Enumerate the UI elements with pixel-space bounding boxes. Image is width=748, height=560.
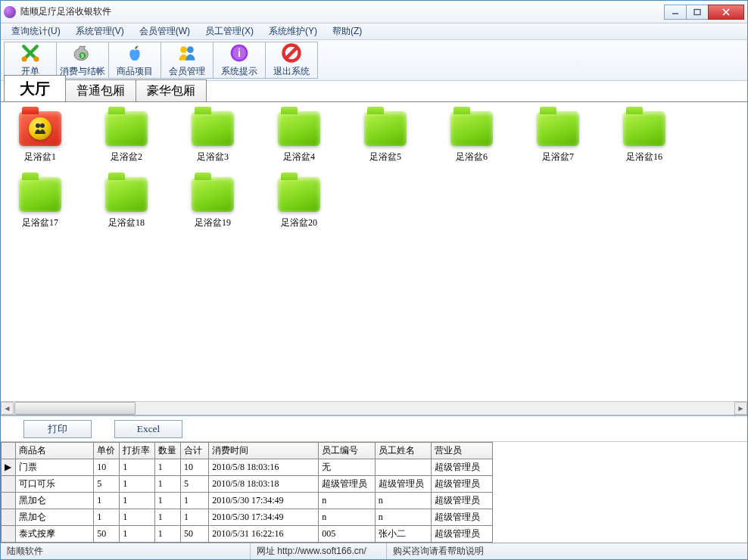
table-row[interactable]: 黑加仑11112010/5/30 17:34:49nn超级管理员 [2,509,493,526]
cell: 1 [154,459,180,476]
cell: 2010/5/30 17:34:49 [209,509,319,526]
window-controls [665,5,744,20]
menubar: 查询统计(U)系统管理(V)会员管理(W)员工管理(X)系统维护(Y)帮助(Z) [1,23,747,40]
row-marker [2,476,16,493]
room-item-5[interactable]: 足浴盆6 [440,111,503,163]
cell: 超级管理员 [375,476,432,493]
svg-point-9 [187,46,194,53]
cell: 1 [154,476,180,493]
col-header[interactable]: 营业员 [432,443,493,459]
menu-item-0[interactable]: 查询统计(U) [4,23,68,39]
room-item-1[interactable]: 足浴盆2 [95,111,158,163]
room-item-10[interactable]: 足浴盆19 [181,177,245,229]
room-tab-2[interactable]: 豪华包厢 [136,79,207,101]
cell: 2010/5/31 16:22:16 [209,526,319,543]
room-label: 足浴盆3 [197,151,229,163]
button-row: 打印 Excel [1,416,747,442]
col-header[interactable]: 消费时间 [209,443,319,459]
col-header[interactable]: 员工姓名 [375,443,432,459]
room-item-0[interactable]: 足浴盆1 [8,111,72,163]
toolbtn-apple[interactable]: 商品项目 [108,42,161,79]
menu-item-1[interactable]: 系统管理(V) [68,23,132,39]
cell: 1 [94,509,120,526]
col-header[interactable]: 商品名 [15,443,94,459]
hscrollbar[interactable]: ◄ ► [1,401,747,415]
cell: 2010/5/8 18:03:16 [209,459,319,476]
status-right: 购买咨询请看帮助说明 [387,543,747,559]
cell: 超级管理员 [432,476,493,493]
toolbtn-forbid[interactable]: 退出系统 [265,42,318,79]
minimize-button[interactable] [664,5,687,20]
scroll-left-arrow[interactable]: ◄ [1,402,14,415]
room-label: 足浴盆18 [108,216,145,229]
data-grid[interactable]: 商品名单价打折率数量合计消费时间员工编号员工姓名营业员▶门票1011102010… [1,442,493,543]
scroll-thumb[interactable] [14,402,136,415]
cell: 超级管理员 [432,459,493,476]
scroll-right-arrow[interactable]: ► [734,402,747,415]
cell: 无 [319,459,376,476]
room-label: 足浴盆1 [24,151,56,163]
room-label: 足浴盆16 [626,151,662,163]
cell: 1 [120,476,155,493]
room-item-4[interactable]: 足浴盆5 [354,111,417,163]
folder-icon [623,111,665,146]
menu-item-5[interactable]: 帮助(Z) [325,23,369,39]
folder-icon [450,111,493,146]
col-header[interactable]: 打折率 [120,443,155,459]
col-header[interactable]: 数量 [154,443,180,459]
menu-item-3[interactable]: 员工管理(X) [198,23,261,39]
room-item-3[interactable]: 足浴盆4 [267,111,331,163]
table-row[interactable]: 可口可乐51152010/5/8 18:03:18超级管理员超级管理员超级管理员 [2,476,493,493]
col-header[interactable]: 单价 [94,443,120,459]
excel-button[interactable]: Excel [114,420,182,438]
menu-item-4[interactable]: 系统维护(Y) [261,23,325,39]
folder-icon [537,111,579,146]
room-item-8[interactable]: 足浴盆17 [8,177,72,229]
svg-line-14 [285,47,298,59]
cell: 1 [120,493,155,509]
room-item-6[interactable]: 足浴盆7 [526,111,590,163]
cell: 1 [154,493,180,509]
cell: 1 [181,493,209,509]
moneybag-icon: $ [72,42,93,64]
cell: 超级管理员 [432,509,493,526]
window-title: 陆顺足疗足浴收银软件 [20,5,665,18]
cell: 005 [319,526,376,543]
cell: 5 [94,476,120,493]
room-tab-1[interactable]: 普通包厢 [65,79,136,101]
cell: 1 [154,509,180,526]
room-area: 足浴盆1足浴盆2足浴盆3足浴盆4足浴盆5足浴盆6足浴盆7足浴盆16足浴盆17足浴… [1,102,747,415]
table-row[interactable]: ▶门票1011102010/5/8 18:03:16无超级管理员 [2,459,493,476]
room-item-9[interactable]: 足浴盆18 [95,177,158,229]
cell: n [375,493,432,509]
toolbtn-info[interactable]: i系统提示 [213,42,266,79]
cell: 黑加仑 [15,509,94,526]
cell: n [375,509,432,526]
maximize-button[interactable] [686,5,709,20]
grid-corner [2,443,16,459]
room-item-11[interactable]: 足浴盆20 [267,177,331,229]
cell: 可口可乐 [15,476,94,493]
cell: 张小二 [375,526,432,543]
toolbtn-users[interactable]: 会员管理 [161,42,213,79]
print-button[interactable]: 打印 [23,420,92,438]
cell: 5 [181,476,209,493]
table-row[interactable]: 黑加仑11112010/5/30 17:34:49nn超级管理员 [2,493,493,509]
cell: 1 [94,493,120,509]
close-button[interactable] [708,5,744,20]
table-row[interactable]: 泰式按摩5011502010/5/31 16:22:16005张小二超级管理员 [2,526,493,543]
svg-point-16 [40,123,45,128]
cell: 1 [120,509,155,526]
cell: 1 [120,526,155,543]
room-tab-0[interactable]: 大厅 [4,75,66,101]
cell: 2010/5/8 18:03:18 [209,476,319,493]
cell: 10 [181,459,209,476]
room-item-2[interactable]: 足浴盆3 [181,111,245,163]
room-item-7[interactable]: 足浴盆16 [612,111,676,163]
col-header[interactable]: 合计 [181,443,209,459]
toolbtn-scissors[interactable]: 开单 [4,42,57,79]
toolbtn-moneybag[interactable]: $消费与结帐 [56,42,109,79]
col-header[interactable]: 员工编号 [319,443,376,459]
folder-icon [278,177,320,212]
menu-item-2[interactable]: 会员管理(W) [132,23,198,39]
